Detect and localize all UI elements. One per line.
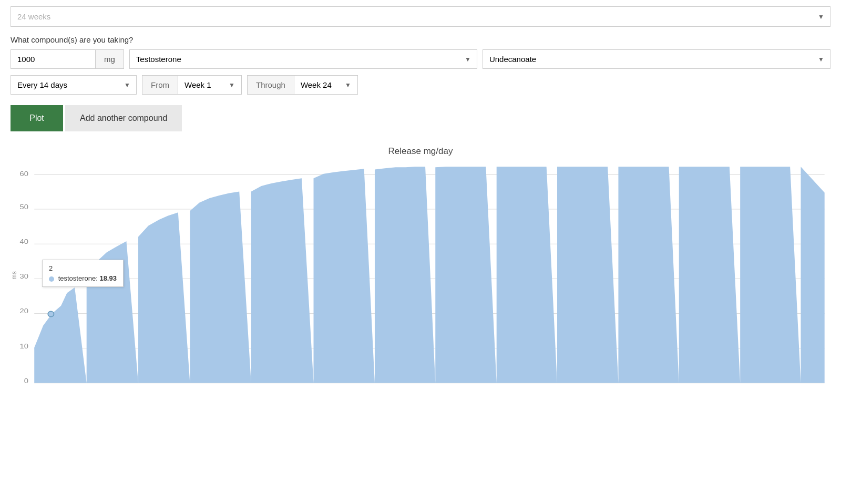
chart-wrap: 0 10 20 30 40 50 60 ms: [11, 165, 830, 386]
svg-point-48: [48, 311, 54, 317]
svg-text:40: 40: [20, 238, 28, 245]
dose-input[interactable]: [11, 50, 95, 68]
dose-unit-label: mg: [95, 50, 124, 68]
from-label: From: [142, 76, 178, 94]
add-compound-button[interactable]: Add another compound: [65, 105, 182, 131]
chart-svg: 0 10 20 30 40 50 60 ms: [11, 165, 830, 386]
compound-ester-select[interactable]: Undecanoate Enanthate Cypionate Propiona…: [483, 49, 830, 69]
svg-text:50: 50: [20, 202, 28, 210]
through-wrap: Through Week 12 Week 16 Week 20 Week 24 …: [247, 75, 358, 95]
buttons-row: Plot Add another compound: [11, 105, 830, 131]
compound-type-wrap: Testosterone Estradiol Progesterone Nand…: [129, 49, 477, 69]
through-label: Through: [248, 76, 294, 94]
svg-text:10: 10: [20, 342, 28, 349]
svg-text:20: 20: [20, 307, 28, 315]
svg-text:60: 60: [20, 169, 28, 177]
duration-select-wrap: 24 weeks ▼: [11, 6, 830, 27]
duration-row: 24 weeks ▼: [11, 6, 830, 27]
compound-question-label: What compound(s) are you taking?: [11, 35, 830, 44]
from-wrap: From Week 1 Week 2 Week 3 Week 4 ▼: [142, 75, 242, 95]
duration-select[interactable]: 24 weeks: [11, 6, 830, 27]
through-week-select-wrap: Week 12 Week 16 Week 20 Week 24 Week 36 …: [294, 76, 357, 94]
through-week-select[interactable]: Week 12 Week 16 Week 20 Week 24 Week 36 …: [294, 76, 357, 94]
from-week-select[interactable]: Week 1 Week 2 Week 3 Week 4: [178, 76, 241, 94]
compound-row: mg Testosterone Estradiol Progesterone N…: [11, 49, 830, 69]
svg-text:0: 0: [24, 376, 28, 384]
svg-marker-15: [34, 167, 824, 383]
compound-type-select[interactable]: Testosterone Estradiol Progesterone Nand…: [129, 49, 477, 69]
svg-text:30: 30: [20, 272, 28, 280]
plot-button[interactable]: Plot: [11, 105, 63, 131]
dose-input-wrap: mg: [11, 49, 124, 69]
frequency-select[interactable]: Every 14 days Every 7 days Every 10 days…: [11, 75, 137, 95]
frequency-select-wrap: Every 14 days Every 7 days Every 10 days…: [11, 75, 137, 95]
chart-title: Release mg/day: [11, 146, 830, 157]
frequency-row: Every 14 days Every 7 days Every 10 days…: [11, 75, 830, 95]
from-week-select-wrap: Week 1 Week 2 Week 3 Week 4 ▼: [178, 76, 241, 94]
svg-text:ms: ms: [11, 271, 18, 279]
chart-section: Release mg/day 0 10 20 30 40 50 60 ms: [11, 146, 830, 386]
compound-ester-wrap: Undecanoate Enanthate Cypionate Propiona…: [483, 49, 830, 69]
